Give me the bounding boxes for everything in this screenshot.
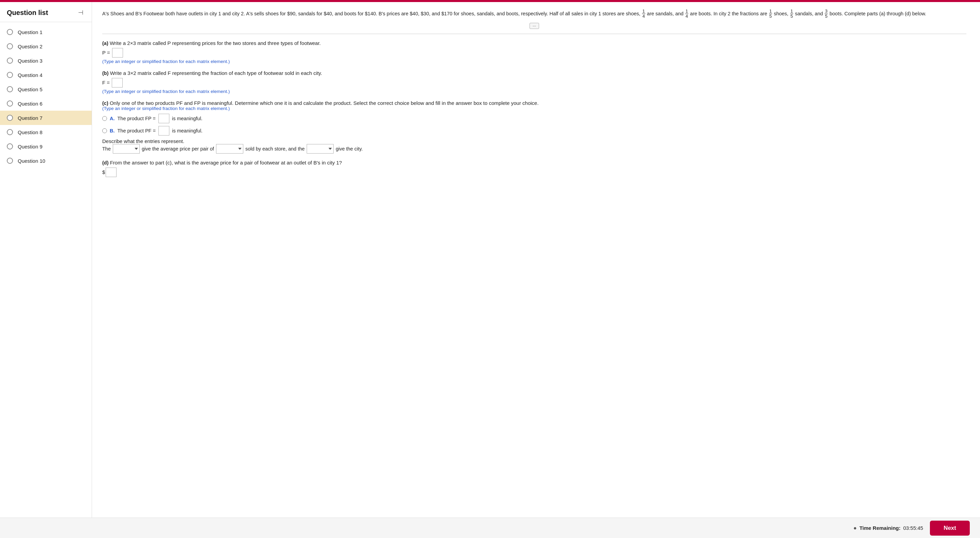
dropdown-suffix: give the city. xyxy=(336,146,363,152)
sidebar-item-question-1[interactable]: Question 1 xyxy=(0,25,92,39)
sidebar-radio-7 xyxy=(7,115,13,121)
sidebar-label-6: Question 6 xyxy=(18,101,43,106)
problem-intro: A's Shoes and B's Footwear both have out… xyxy=(102,9,966,19)
dropdown-2[interactable]: shoes sandals boots footwear xyxy=(216,144,243,154)
sidebar-label-5: Question 5 xyxy=(18,86,43,92)
time-label: Time Remaining: xyxy=(859,525,900,531)
option-b-text1: The product PF = xyxy=(118,128,156,133)
sidebar-label-8: Question 8 xyxy=(18,129,43,135)
sidebar-header: Question list ⊣ xyxy=(0,2,92,22)
sidebar-item-question-4[interactable]: Question 4 xyxy=(0,68,92,82)
sidebar-radio-3 xyxy=(7,57,13,63)
sidebar-item-question-8[interactable]: Question 8 xyxy=(0,125,92,139)
sidebar-item-question-6[interactable]: Question 6 xyxy=(0,96,92,111)
sidebar-radio-4 xyxy=(7,72,13,78)
matrix-p-input[interactable] xyxy=(112,48,123,57)
sidebar-radio-10 xyxy=(7,158,13,164)
divider xyxy=(102,34,966,34)
sidebar-radio-1 xyxy=(7,29,13,35)
dropdown-1[interactable]: rows columns entries xyxy=(113,144,140,154)
part-a-matrix-line: P = xyxy=(102,48,966,57)
sidebar-item-question-9[interactable]: Question 9 xyxy=(0,139,92,154)
sidebar-label-1: Question 1 xyxy=(18,29,43,35)
part-c: (c) Only one of the two products PF and … xyxy=(102,100,966,154)
collapse-button[interactable]: ⊣ xyxy=(77,8,85,17)
dropdown-middle2: sold by each store, and the xyxy=(245,146,305,152)
sidebar-label-10: Question 10 xyxy=(18,158,45,164)
f-equals-label: F = xyxy=(102,80,110,86)
question-list: Question 1Question 2Question 3Question 4… xyxy=(0,22,92,171)
part-a-text: (a) Write a 2×3 matrix called P represen… xyxy=(102,40,966,46)
sidebar-label-3: Question 3 xyxy=(18,58,43,63)
part-b-matrix-line: F = xyxy=(102,78,966,87)
dropdown-3[interactable]: rows columns entries xyxy=(307,144,334,154)
part-b: (b) Write a 3×2 matrix called F represen… xyxy=(102,70,966,94)
part-d-input[interactable] xyxy=(106,168,116,177)
footer: ● Time Remaining: 03:55:45 Next xyxy=(0,517,980,538)
part-c-label: (c) xyxy=(102,100,108,106)
sidebar-radio-2 xyxy=(7,43,13,49)
dropdown-prefix: The xyxy=(102,146,111,152)
sidebar-radio-9 xyxy=(7,143,13,149)
part-a-label: (a) xyxy=(102,41,108,46)
sidebar-radio-5 xyxy=(7,86,13,92)
part-a-hint: (Type an integer or simplified fraction … xyxy=(102,59,966,64)
option-b-text2: is meaningful. xyxy=(172,128,202,133)
dropdown-middle1: give the average price per pair of xyxy=(142,146,214,152)
option-b-letter: B. xyxy=(110,128,115,133)
main-content: A's Shoes and B's Footwear both have out… xyxy=(92,2,980,517)
part-b-label: (b) xyxy=(102,70,109,76)
p-equals-label: P = xyxy=(102,50,110,56)
part-a: (a) Write a 2×3 matrix called P represen… xyxy=(102,40,966,64)
part-c-text: (c) Only one of the two products PF and … xyxy=(102,100,966,106)
sidebar-item-question-5[interactable]: Question 5 xyxy=(0,82,92,96)
sidebar-item-question-2[interactable]: Question 2 xyxy=(0,39,92,54)
option-a-text2: is meaningful. xyxy=(172,116,202,121)
option-a-letter: A. xyxy=(110,116,115,121)
sidebar-item-question-7[interactable]: Question 7 xyxy=(0,111,92,125)
part-b-hint: (Type an integer or simplified fraction … xyxy=(102,89,966,94)
time-value: 03:55:45 xyxy=(903,525,923,531)
part-d: (d) From the answer to part (c), what is… xyxy=(102,160,966,177)
sidebar-label-2: Question 2 xyxy=(18,44,43,49)
next-button[interactable]: Next xyxy=(930,521,970,536)
dollar-sign: $ xyxy=(102,169,105,175)
part-d-text: (d) From the answer to part (c), what is… xyxy=(102,160,966,165)
sidebar-item-question-3[interactable]: Question 3 xyxy=(0,54,92,68)
option-b-radio[interactable] xyxy=(102,129,107,133)
sidebar-radio-8 xyxy=(7,129,13,135)
dollar-input-row: $ xyxy=(102,168,966,177)
option-b-row: B. The product PF = is meaningful. xyxy=(102,126,966,135)
expand-button[interactable]: ··· xyxy=(530,23,539,29)
time-remaining: ● Time Remaining: 03:55:45 xyxy=(853,525,923,531)
option-a-radio[interactable] xyxy=(102,116,107,121)
sidebar-label-7: Question 7 xyxy=(18,115,43,121)
sidebar: Question list ⊣ Question 1Question 2Ques… xyxy=(0,2,92,517)
part-d-label: (d) xyxy=(102,160,109,165)
sidebar-label-9: Question 9 xyxy=(18,144,43,149)
part-c-hint: (Type an integer or simplified fraction … xyxy=(102,106,966,111)
sidebar-label-4: Question 4 xyxy=(18,72,43,78)
sidebar-item-question-10[interactable]: Question 10 xyxy=(0,154,92,168)
dropdown-row: The rows columns entries give the averag… xyxy=(102,144,966,154)
option-b-input[interactable] xyxy=(158,126,169,135)
matrix-f-input[interactable] xyxy=(112,78,123,87)
option-a-text1: The product FP = xyxy=(118,116,156,121)
sidebar-radio-6 xyxy=(7,100,13,106)
describe-label: Describe what the entries represent. xyxy=(102,138,966,144)
option-a-input[interactable] xyxy=(158,114,169,123)
part-b-text: (b) Write a 3×2 matrix called F represen… xyxy=(102,70,966,76)
clock-icon: ● xyxy=(853,525,857,531)
sidebar-title: Question list xyxy=(7,9,48,17)
option-a-row: A. The product FP = is meaningful. xyxy=(102,114,966,123)
